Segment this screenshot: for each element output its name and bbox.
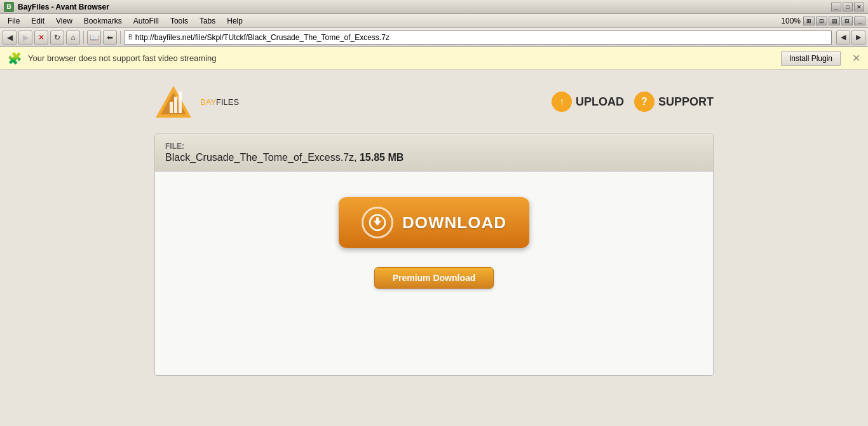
sidebar-icon[interactable]: ▤	[829, 17, 840, 25]
address-favicon: B	[128, 34, 133, 41]
minimize-win-icon[interactable]: _	[854, 17, 865, 25]
logo-bay: BAY	[200, 97, 216, 107]
install-plugin-button[interactable]: Install Plugin	[781, 51, 841, 66]
screenshot-icon[interactable]: ⊡	[816, 17, 827, 25]
logo-files: FILES	[216, 97, 239, 107]
back-arrow-button[interactable]: ⬅	[103, 31, 117, 45]
download-button-label: DOWNLOAD	[402, 213, 506, 233]
read-button[interactable]: 📖	[87, 31, 101, 45]
maximize-button[interactable]: □	[843, 3, 853, 11]
window-controls[interactable]: _ □ ✕	[831, 3, 864, 11]
download-button[interactable]: DOWNLOAD	[339, 197, 529, 248]
menu-tools[interactable]: Tools	[165, 15, 193, 27]
forward-button[interactable]: ▶	[18, 31, 32, 45]
file-label: FILE:	[165, 142, 703, 151]
file-size-text: 15.85 MB	[360, 152, 403, 163]
notification-close-icon[interactable]: ✕	[852, 52, 860, 64]
file-box: FILE: Black_Crusade_The_Tome_of_Excess.7…	[154, 134, 714, 376]
svg-rect-7	[376, 217, 379, 223]
address-bar[interactable]: B http://bayfiles.net/file/Skpl/TUtckf/B…	[124, 31, 832, 45]
menu-autofill[interactable]: AutoFill	[128, 15, 164, 27]
premium-download-button[interactable]: Premium Download	[374, 267, 494, 289]
menu-bookmarks[interactable]: Bookmarks	[79, 15, 127, 27]
restore-icon[interactable]: ⊟	[841, 17, 853, 25]
logo-text: BAYFILES	[200, 97, 239, 107]
nav-separator-2	[120, 31, 121, 44]
file-name-text: Black_Crusade_The_Tome_of_Excess.7z,	[165, 152, 357, 163]
title-bar: B BayFiles - Avant Browser _ □ ✕	[0, 0, 868, 14]
menu-bar: File Edit View Bookmarks AutoFill Tools …	[0, 14, 868, 28]
upload-icon: ↑	[552, 92, 572, 112]
menu-edit[interactable]: Edit	[26, 15, 50, 27]
upload-label: UPLOAD	[576, 95, 624, 109]
bayfiles-logo: BAYFILES	[154, 83, 239, 121]
header-actions: ↑ UPLOAD ? SUPPORT	[552, 92, 714, 112]
close-button[interactable]: ✕	[854, 3, 864, 11]
main-content: BAYFILES ↑ UPLOAD ? SUPPORT FILE: Black_…	[0, 70, 868, 426]
support-icon: ?	[634, 92, 654, 112]
menu-file[interactable]: File	[3, 15, 25, 27]
file-name-display: Black_Crusade_The_Tome_of_Excess.7z, 15.…	[165, 152, 703, 163]
nav-extra-2[interactable]: ▶	[851, 31, 865, 45]
refresh-button[interactable]: ↻	[50, 31, 64, 45]
svg-rect-4	[179, 92, 182, 113]
app-icon: B	[4, 2, 14, 12]
download-arrow-icon	[369, 214, 386, 231]
menu-view[interactable]: View	[51, 15, 78, 27]
home-button[interactable]: ⌂	[66, 31, 80, 45]
nav-right-buttons: ◀ ▶	[836, 31, 865, 45]
support-button[interactable]: ? SUPPORT	[634, 92, 714, 112]
nav-extra-1[interactable]: ◀	[836, 31, 850, 45]
site-header: BAYFILES ↑ UPLOAD ? SUPPORT	[154, 83, 714, 121]
stop-button[interactable]: ✕	[34, 31, 48, 45]
file-header: FILE: Black_Crusade_The_Tome_of_Excess.7…	[155, 134, 713, 172]
svg-rect-2	[170, 102, 173, 113]
notification-text: Your browser does not support fast video…	[28, 53, 775, 63]
nav-separator-1	[83, 31, 84, 44]
notification-bar: 🧩 Your browser does not support fast vid…	[0, 47, 868, 70]
file-body: DOWNLOAD Premium Download	[155, 172, 713, 375]
navigation-bar: ◀ ▶ ✕ ↻ ⌂ 📖 ⬅ B http://bayfiles.net/file…	[0, 28, 868, 47]
zoom-level: 100%	[781, 17, 801, 25]
upload-button[interactable]: ↑ UPLOAD	[552, 92, 624, 112]
zoom-controls-icon[interactable]: ⊞	[803, 17, 815, 25]
title-bar-text: BayFiles - Avant Browser	[18, 3, 109, 11]
minimize-button[interactable]: _	[831, 3, 841, 11]
back-button[interactable]: ◀	[3, 31, 17, 45]
svg-rect-3	[174, 97, 177, 113]
download-icon	[362, 207, 393, 238]
address-text: http://bayfiles.net/file/Skpl/TUtckf/Bla…	[135, 33, 390, 42]
menu-help[interactable]: Help	[222, 15, 248, 27]
support-label: SUPPORT	[658, 95, 714, 109]
zoom-display: 100% ⊞ ⊡ ▤ ⊟ _	[781, 17, 865, 25]
logo-triangle-icon	[154, 83, 193, 121]
menu-tabs[interactable]: Tabs	[194, 15, 220, 27]
plugin-icon: 🧩	[8, 52, 22, 65]
